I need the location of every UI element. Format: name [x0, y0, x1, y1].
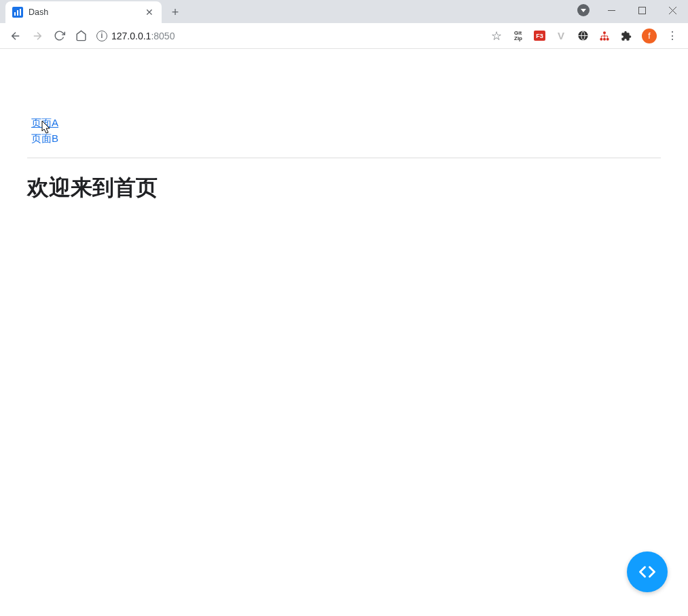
- profile-avatar[interactable]: f: [642, 29, 657, 43]
- svg-point-8: [603, 31, 606, 34]
- new-tab-button[interactable]: +: [166, 3, 185, 22]
- code-icon: [638, 562, 657, 581]
- dash-favicon: [12, 7, 23, 18]
- svg-point-10: [603, 37, 606, 40]
- divider: [27, 158, 661, 158]
- svg-rect-4: [639, 7, 646, 14]
- account-indicator-icon[interactable]: [577, 4, 590, 16]
- link-page-b[interactable]: 页面B: [31, 132, 58, 145]
- link-page-a[interactable]: 页面A: [31, 117, 58, 130]
- dash-devtools-fab[interactable]: [627, 551, 668, 592]
- tab-title: Dash: [29, 7, 139, 17]
- url-text: 127.0.0.1:8050: [111, 31, 175, 41]
- url-field[interactable]: i 127.0.0.1:8050: [92, 31, 489, 41]
- v-extension-icon[interactable]: V: [555, 30, 567, 42]
- bookmark-star-icon[interactable]: ☆: [490, 30, 503, 42]
- address-bar: i 127.0.0.1:8050 ☆ Git Zip F3 V f ⋮: [0, 23, 688, 49]
- gitzip-extension-icon[interactable]: Git Zip: [512, 30, 524, 42]
- forward-button[interactable]: [27, 26, 48, 46]
- f3-extension-icon[interactable]: F3: [534, 31, 545, 41]
- titlebar: Dash ✕ +: [0, 0, 688, 23]
- svg-point-11: [606, 37, 609, 40]
- close-window-button[interactable]: [657, 0, 688, 20]
- nav-links: 页面A 页面B: [27, 117, 661, 145]
- reload-button[interactable]: [49, 26, 69, 46]
- svg-point-9: [600, 37, 602, 40]
- home-button[interactable]: [71, 26, 91, 46]
- browser-tab[interactable]: Dash ✕: [5, 1, 162, 23]
- window-controls: [577, 0, 688, 23]
- maximize-button[interactable]: [627, 0, 657, 20]
- tabs-area: Dash ✕ +: [0, 0, 185, 23]
- page-content: 页面A 页面B 欢迎来到首页: [0, 49, 688, 203]
- svg-rect-1: [17, 10, 18, 16]
- page-heading: 欢迎来到首页: [27, 173, 661, 203]
- browser-menu-icon[interactable]: ⋮: [666, 30, 678, 42]
- back-button[interactable]: [5, 26, 26, 46]
- globe-extension-icon[interactable]: [577, 30, 589, 42]
- sitemap-extension-icon[interactable]: [598, 30, 611, 42]
- svg-rect-2: [20, 9, 21, 16]
- svg-rect-0: [14, 12, 16, 16]
- toolbar-icons: ☆ Git Zip F3 V f ⋮: [490, 29, 683, 43]
- extensions-icon[interactable]: [620, 30, 632, 42]
- tab-close-icon[interactable]: ✕: [144, 7, 155, 18]
- minimize-button[interactable]: [596, 0, 627, 20]
- site-info-icon[interactable]: i: [96, 31, 107, 41]
